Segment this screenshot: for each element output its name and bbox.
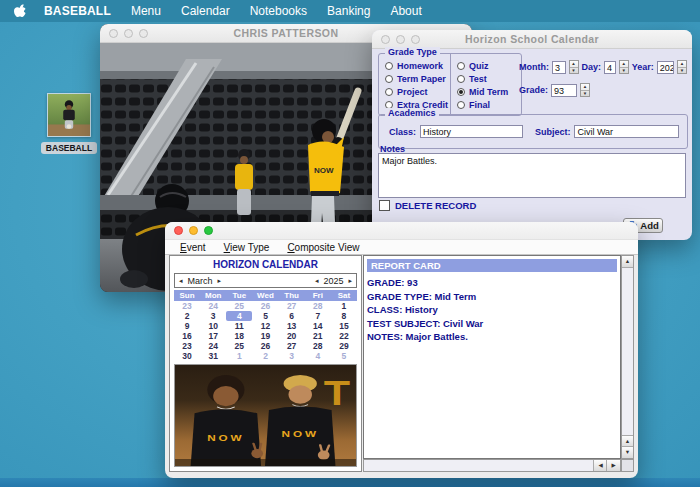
calendar-window-titlebar[interactable] (165, 222, 638, 239)
subject-field[interactable]: Civil War (574, 125, 679, 138)
radio-option-final[interactable]: Final (457, 98, 521, 111)
calendar-day-7[interactable]: 7 (305, 311, 331, 321)
radio-option-term-paper[interactable]: Term Paper (385, 72, 450, 85)
calendar-day-13[interactable]: 13 (279, 321, 305, 331)
calendar-day-3-muted[interactable]: 3 (279, 351, 305, 361)
menubar-item-banking[interactable]: Banking (317, 0, 380, 22)
menu-view-type[interactable]: View Type (215, 241, 279, 254)
zoom-button[interactable] (139, 29, 148, 38)
calendar-day-23[interactable]: 23 (174, 341, 200, 351)
menubar-item-baseball[interactable]: BASEBALL (34, 0, 121, 22)
day-field[interactable]: 4 (604, 61, 616, 74)
calendar-day-29[interactable]: 29 (331, 341, 357, 351)
prev-year-arrow-icon[interactable]: ◂ (315, 274, 319, 287)
next-month-arrow-icon[interactable]: ▸ (218, 274, 222, 287)
calendar-day-4-selected[interactable]: 4 (226, 311, 252, 321)
calendar-day-26-muted[interactable]: 26 (252, 301, 278, 311)
calendar-day-16[interactable]: 16 (174, 331, 200, 341)
notes-textarea[interactable]: Major Battles. (378, 153, 686, 198)
calendar-day-2-muted[interactable]: 2 (252, 351, 278, 361)
calendar-day-1-muted[interactable]: 1 (226, 351, 252, 361)
calendar-day-10[interactable]: 10 (200, 321, 226, 331)
stepper-down-icon[interactable]: ▼ (570, 68, 578, 74)
desktop-icon-baseball[interactable]: BASEBALL (40, 93, 98, 155)
delete-record-control[interactable]: DELETE RECORD (379, 200, 476, 211)
grade-stepper[interactable]: ▲▼ (580, 83, 590, 97)
menu-event[interactable]: Event (171, 241, 215, 254)
next-year-arrow-icon[interactable]: ▸ (348, 274, 352, 287)
calendar-day-18[interactable]: 18 (226, 331, 252, 341)
year-field[interactable]: 2025 (657, 61, 674, 74)
menu-composite-view[interactable]: Composite View (278, 241, 368, 254)
calendar-day-5[interactable]: 5 (252, 311, 278, 321)
zoom-button[interactable] (411, 35, 420, 44)
scroll-left-icon[interactable]: ◀ (593, 460, 607, 471)
radio-icon[interactable] (385, 88, 393, 96)
radio-option-test[interactable]: Test (457, 72, 521, 85)
menubar-item-about[interactable]: About (380, 0, 431, 22)
radio-icon[interactable] (457, 88, 465, 96)
scroll-up-icon[interactable]: ▲ (622, 256, 633, 268)
radio-icon[interactable] (385, 62, 393, 70)
minimize-button[interactable] (124, 29, 133, 38)
calendar-day-25[interactable]: 25 (226, 341, 252, 351)
radio-option-project[interactable]: Project (385, 85, 450, 98)
class-field[interactable]: History (420, 125, 523, 138)
radio-option-quiz[interactable]: Quiz (457, 59, 521, 72)
calendar-day-24-muted[interactable]: 24 (200, 301, 226, 311)
calendar-day-24[interactable]: 24 (200, 341, 226, 351)
close-button[interactable] (381, 35, 390, 44)
calendar-day-31[interactable]: 31 (200, 351, 226, 361)
radio-icon[interactable] (457, 101, 465, 109)
calendar-day-25-muted[interactable]: 25 (226, 301, 252, 311)
calendar-day-8[interactable]: 8 (331, 311, 357, 321)
calendar-day-28[interactable]: 28 (305, 341, 331, 351)
baseball-icon-thumbnail[interactable] (47, 93, 91, 137)
calendar-day-22[interactable]: 22 (331, 331, 357, 341)
radio-option-homework[interactable]: Homework (385, 59, 450, 72)
calendar-day-6[interactable]: 6 (279, 311, 305, 321)
stepper-down-icon[interactable]: ▼ (581, 91, 589, 97)
calendar-day-1[interactable]: 1 (331, 301, 357, 311)
month-field[interactable]: 3 (552, 61, 566, 74)
month-stepper[interactable]: ▲▼ (569, 60, 579, 74)
minimize-button[interactable] (396, 35, 405, 44)
calendar-day-19[interactable]: 19 (252, 331, 278, 341)
calendar-day-20[interactable]: 20 (279, 331, 305, 341)
zoom-button[interactable] (204, 226, 213, 235)
radio-icon[interactable] (385, 75, 393, 83)
calendar-day-14[interactable]: 14 (305, 321, 331, 331)
calendar-day-12[interactable]: 12 (252, 321, 278, 331)
horizontal-scrollbar[interactable]: ◀ ▶ (363, 459, 621, 472)
calendar-day-21[interactable]: 21 (305, 331, 331, 341)
apple-icon[interactable] (13, 4, 26, 19)
grade-field[interactable]: 93 (551, 84, 577, 97)
calendar-day-27-muted[interactable]: 27 (279, 301, 305, 311)
calendar-day-5-muted[interactable]: 5 (331, 351, 357, 361)
scroll-down-icon[interactable]: ▼ (622, 446, 633, 458)
calendar-day-27[interactable]: 27 (279, 341, 305, 351)
desktop-icon-label[interactable]: BASEBALL (41, 142, 97, 154)
delete-record-checkbox[interactable] (379, 200, 390, 211)
close-button[interactable] (174, 226, 183, 235)
menubar-item-calendar[interactable]: Calendar (171, 0, 240, 22)
calendar-day-15[interactable]: 15 (331, 321, 357, 331)
vertical-scrollbar[interactable]: ▲ ▲ ▼ (621, 255, 634, 459)
stepper-down-icon[interactable]: ▼ (620, 68, 628, 74)
day-stepper[interactable]: ▲▼ (619, 60, 629, 74)
calendar-day-4-muted[interactable]: 4 (305, 351, 331, 361)
close-button[interactable] (109, 29, 118, 38)
scroll-right-icon[interactable]: ▶ (606, 460, 620, 471)
calendar-day-26[interactable]: 26 (252, 341, 278, 351)
year-stepper[interactable]: ▲▼ (677, 60, 687, 74)
menubar-item-notebooks[interactable]: Notebooks (240, 0, 317, 22)
calendar-day-17[interactable]: 17 (200, 331, 226, 341)
calendar-day-30[interactable]: 30 (174, 351, 200, 361)
menubar-item-menu[interactable]: Menu (121, 0, 171, 22)
calendar-day-3[interactable]: 3 (200, 311, 226, 321)
radio-option-mid-term[interactable]: Mid Term (457, 85, 521, 98)
radio-icon[interactable] (457, 62, 465, 70)
calendar-day-28-muted[interactable]: 28 (305, 301, 331, 311)
radio-icon[interactable] (457, 75, 465, 83)
stepper-down-icon[interactable]: ▼ (678, 68, 686, 74)
